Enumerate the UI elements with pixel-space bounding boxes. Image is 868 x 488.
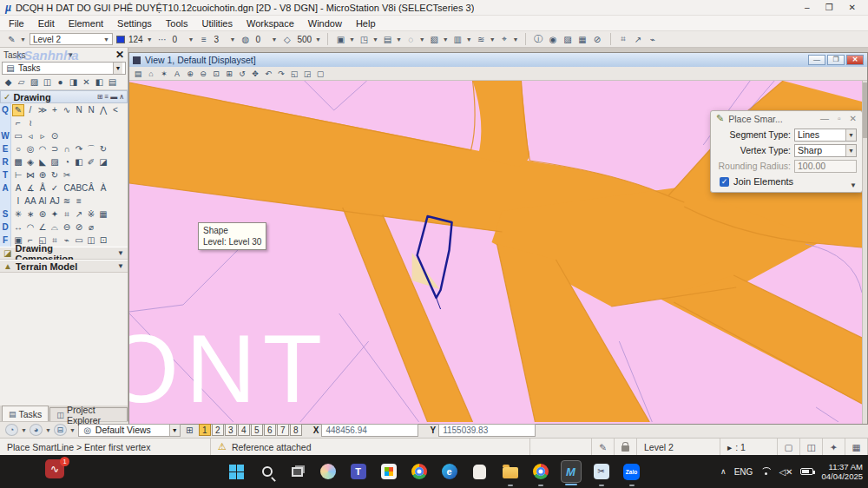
vertex-type-select[interactable]: Sharp▼ bbox=[794, 144, 857, 157]
view-toggle-2[interactable]: 2 bbox=[212, 424, 224, 436]
place-smartline-icon[interactable]: ✎ bbox=[12, 104, 24, 116]
match-text-icon[interactable]: ABC bbox=[73, 182, 85, 195]
dimension-arc-icon[interactable]: ⌓ bbox=[49, 221, 61, 234]
accudraw-icon[interactable]: ⌗ bbox=[617, 33, 630, 45]
view-next-button[interactable]: ◕ bbox=[30, 424, 43, 436]
place-regular-polygon-icon[interactable]: ⊙ bbox=[49, 130, 61, 142]
menu-settings[interactable]: Settings bbox=[117, 18, 152, 29]
drop-icon[interactable]: ◧ bbox=[93, 76, 106, 89]
menu-file[interactable]: File bbox=[9, 18, 24, 29]
popset-icon[interactable]: ⌁ bbox=[647, 33, 660, 45]
pan-view-icon[interactable]: ✥ bbox=[249, 68, 261, 80]
zoom-out-icon[interactable]: ⊖ bbox=[197, 68, 209, 80]
view-restore-button[interactable]: ❐ bbox=[827, 55, 845, 65]
place-note-icon[interactable]: ∡ bbox=[24, 182, 36, 195]
start-button[interactable] bbox=[227, 460, 247, 483]
line-weight-picker[interactable]: ≡ 3▼ bbox=[198, 33, 236, 45]
group-hole-icon[interactable]: ↻ bbox=[49, 169, 61, 181]
favorites-icon[interactable]: ✦ bbox=[823, 439, 845, 455]
window-area-icon[interactable]: ⊡ bbox=[210, 68, 222, 80]
delete-pattern-icon[interactable]: ◪ bbox=[97, 156, 109, 168]
dialog-close-button[interactable]: ✕ bbox=[850, 114, 857, 123]
construct-minimum-icon[interactable]: ≀ bbox=[24, 117, 36, 129]
chrome-profile2-icon[interactable] bbox=[530, 460, 551, 483]
wifi-icon[interactable] bbox=[760, 467, 771, 476]
view-control-icon[interactable]: ◫ bbox=[41, 76, 54, 89]
maximize-button[interactable]: ❐ bbox=[825, 0, 833, 16]
stock-app-icon[interactable]: ∿ 1 bbox=[45, 459, 68, 482]
delete-element-icon[interactable]: ✕ bbox=[80, 76, 93, 89]
saved-view-icon[interactable]: ▢ bbox=[778, 439, 800, 455]
cell-matrix-icon[interactable]: ▦ bbox=[97, 208, 109, 221]
list-view-icon[interactable]: ≡ bbox=[104, 93, 108, 101]
vertical-scrollbar[interactable] bbox=[862, 81, 867, 424]
menu-edit[interactable]: Edit bbox=[38, 18, 55, 29]
clip-volume-icon[interactable]: ◲ bbox=[301, 68, 313, 80]
place-cell-matrix-icon[interactable]: ∗ bbox=[24, 208, 36, 221]
copilot-icon[interactable] bbox=[318, 460, 339, 483]
view-previous-icon[interactable]: ↶ bbox=[262, 68, 274, 80]
menu-window[interactable]: Window bbox=[308, 18, 342, 29]
edge-icon[interactable]: e bbox=[439, 460, 460, 483]
markups-dropdown[interactable]: ⌖▼ bbox=[498, 33, 519, 45]
element-info-icon[interactable]: ⓘ bbox=[532, 33, 545, 45]
delete-icon[interactable]: ⊘ bbox=[591, 33, 604, 45]
tab-tasks[interactable]: ▤ Tasks bbox=[2, 406, 49, 421]
menu-element[interactable]: Element bbox=[69, 18, 103, 29]
view-minimize-button[interactable]: — bbox=[808, 55, 825, 65]
saved-views-dropdown[interactable]: ≋▼ bbox=[475, 33, 496, 45]
collapse-icon[interactable]: ∧ bbox=[119, 93, 124, 101]
grid-view-icon[interactable]: ⊞ bbox=[97, 93, 103, 101]
construct-angle-icon[interactable]: < bbox=[109, 104, 122, 116]
models-dropdown[interactable]: ▤▼ bbox=[381, 33, 402, 45]
view-display-mode-icon[interactable]: ⌂ bbox=[145, 68, 157, 80]
fence-tools-icon[interactable]: ▱ bbox=[15, 76, 28, 89]
place-multiline-icon[interactable]: ≫ bbox=[36, 104, 49, 116]
file-explorer-icon[interactable] bbox=[500, 460, 521, 483]
minimize-button[interactable]: – bbox=[805, 0, 810, 16]
place-ellipse-icon[interactable]: ◎ bbox=[24, 143, 36, 155]
view-group-icon[interactable]: ⊞ bbox=[183, 424, 196, 437]
cells-icon[interactable]: ▤ bbox=[106, 76, 119, 89]
copy-increment-text-icon[interactable]: AA bbox=[24, 195, 36, 208]
language-indicator[interactable]: ENG bbox=[734, 467, 753, 477]
close-button[interactable]: ✕ bbox=[849, 0, 856, 16]
clip-mask-icon[interactable]: ▢ bbox=[314, 68, 326, 80]
drop-association-icon[interactable]: ✂ bbox=[61, 169, 73, 181]
zoom-in-icon[interactable]: ⊕ bbox=[184, 68, 196, 80]
place-bspline-icon[interactable]: Ν bbox=[85, 104, 97, 116]
drop-element-icon[interactable]: ⊢ bbox=[12, 169, 24, 181]
adjust-brightness-icon[interactable]: ✶ bbox=[158, 68, 170, 80]
hatch-area-icon[interactable]: ▩ bbox=[12, 156, 24, 168]
join-elements-checkbox[interactable]: ✓ bbox=[720, 177, 729, 187]
view-toggle-4[interactable]: 4 bbox=[238, 424, 250, 436]
point-clouds-dropdown[interactable]: ▥▼ bbox=[451, 33, 472, 45]
view-pin-button[interactable]: ⊟ bbox=[54, 424, 67, 436]
dimension-radial-icon[interactable]: ◠ bbox=[24, 221, 36, 234]
primary-tools-dropdown[interactable]: ▣▼ bbox=[334, 33, 355, 45]
dialog-title-bar[interactable]: ✎ Place Smar... — ▫ ✕ bbox=[711, 111, 862, 126]
dialog-expand-icon[interactable]: ▼ bbox=[850, 181, 857, 189]
rounding-radius-field[interactable]: 100.00 bbox=[794, 160, 857, 173]
drawing-composition-section[interactable]: ◪ Drawing Composition ▼ bbox=[0, 247, 128, 260]
select-cell-icon[interactable]: ⊛ bbox=[36, 208, 49, 221]
element-selection-icon[interactable]: ◆ bbox=[2, 76, 15, 89]
place-orthogonal-shape-icon[interactable]: ▹ bbox=[36, 130, 49, 142]
place-text-node-icon[interactable]: I bbox=[12, 195, 24, 208]
y-coordinate-field[interactable]: 1155039.83 bbox=[438, 424, 536, 437]
view-toggle-7[interactable]: 7 bbox=[277, 424, 289, 436]
rotate-view-icon[interactable]: ↺ bbox=[236, 68, 248, 80]
map-area[interactable]: ONT Shape Level: Level 30 ✎ Place Smar. bbox=[129, 81, 867, 424]
panel-view-icon[interactable]: ▬ bbox=[110, 93, 117, 101]
zalo-icon[interactable]: Zalo bbox=[621, 460, 642, 483]
view-previous-button[interactable]: ◔ bbox=[5, 424, 18, 436]
view-toggle-6[interactable]: 6 bbox=[264, 424, 276, 436]
menu-workspace[interactable]: Workspace bbox=[247, 18, 294, 29]
place-line-icon[interactable]: / bbox=[24, 104, 36, 116]
manipulate-icon[interactable]: ▨ bbox=[28, 76, 41, 89]
define-cell-origin-icon[interactable]: ✦ bbox=[49, 208, 61, 221]
grid-icon[interactable]: ▦ bbox=[845, 439, 868, 455]
view-toggle-8[interactable]: 8 bbox=[290, 424, 302, 436]
linear-pattern-icon[interactable]: ▨ bbox=[49, 156, 61, 168]
microsoft-store-icon[interactable] bbox=[378, 460, 399, 483]
